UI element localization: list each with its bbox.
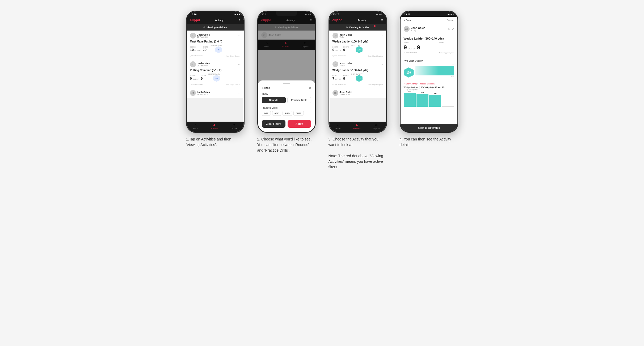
activity-card-1-1[interactable]: JC Josh Coles 28 Feb 2023 ··· Must Make … xyxy=(187,31,244,59)
bar-fill-4-3 xyxy=(442,106,454,107)
nav-capture-1[interactable]: ⊕ Capture xyxy=(231,123,237,129)
expand-icon-4[interactable]: ⤢ xyxy=(452,28,454,31)
phone-notch-1 xyxy=(205,11,226,16)
header-title-1: Activity xyxy=(215,19,224,22)
avatar-3-3: JC xyxy=(332,90,338,96)
info-text-right-1-1: Data: Clippd Capture xyxy=(225,55,240,57)
status-time-1: 13:20 xyxy=(191,13,197,16)
info-row-3-2: ⓘ Test Information Data: Clippd Capture xyxy=(332,83,383,86)
clear-filters-button-2[interactable]: Clear Filters xyxy=(262,120,285,128)
battery-icon-1: ▮ xyxy=(239,13,240,15)
edit-icon-4[interactable]: ✏ xyxy=(448,28,450,31)
user-text-3-1: Josh Coles Today xyxy=(340,33,352,38)
avatar-1-1: JC xyxy=(190,33,196,39)
stat-score-3-2: Score 7 OUT OF xyxy=(332,75,341,80)
score-value-3-1: 9 xyxy=(332,48,334,52)
detail-data-text-4: Data: Clippd Capture xyxy=(439,52,454,54)
activity-card-1-2[interactable]: JC Josh Coles 28 Feb 2023 ··· Putting Co… xyxy=(187,59,244,88)
activities-icon-3: ♟ xyxy=(355,123,358,127)
viewing-bar-3[interactable]: ⚙ Viewing Activities xyxy=(329,24,386,31)
dots-menu-3-3[interactable]: ··· xyxy=(381,92,383,95)
chip-ott-2[interactable]: OTT xyxy=(262,111,271,116)
info-text-left-1-1: ⓘ Test Information xyxy=(190,55,203,57)
nav-activities-3[interactable]: ♟ Activities xyxy=(353,123,361,129)
score-title-row-4: Wedge Ladder (100–140 yds) Score Shots 9… xyxy=(404,37,454,51)
app-header-1: clippd Activity ≡ xyxy=(187,17,244,24)
caption-2: 2. Choose what you'd like to see. You ca… xyxy=(257,136,316,153)
cancel-button-4[interactable]: Cancel xyxy=(447,19,454,22)
rounds-toggle-2[interactable]: Rounds xyxy=(262,97,286,103)
nav-activities-1[interactable]: ♟ Activities xyxy=(211,123,218,129)
activity-card-3-3[interactable]: JC Josh Coles 28 Feb 2023 ··· xyxy=(329,88,386,98)
detail-info-row-4: ⓘ Test Information Data: Clippd Capture xyxy=(404,52,454,54)
bar-fill-4-0 xyxy=(404,93,416,107)
sq-badge-3-1: 130 xyxy=(356,46,363,53)
stat-shots-3-1: Shots 9 xyxy=(343,46,349,52)
stat-shots-1-2: Shots 9 xyxy=(201,75,206,80)
score-inline-1-2: 0 OUT OF xyxy=(190,76,199,80)
chart-top-label-4: 130 xyxy=(415,64,454,65)
info-text-left-3-1: ⓘ Test Information xyxy=(332,55,346,57)
bar-item-4-2: 124 xyxy=(429,93,441,107)
phone-4: 13:21 ▪▪▪ ◈ ▮ < Back Cancel JC xyxy=(400,11,458,133)
chip-app-2[interactable]: APP xyxy=(272,111,281,116)
close-icon-2[interactable]: ✕ xyxy=(309,86,311,90)
detail-user-info-4: JC Josh Coles Today xyxy=(404,26,425,32)
logo-1: clippd xyxy=(190,18,200,22)
menu-icon-1[interactable]: ≡ xyxy=(238,18,240,22)
mini-chart-4: 130 APP xyxy=(415,64,454,78)
score-value-1-2: 0 xyxy=(190,76,192,80)
info-row-1-1: ⓘ Test Information Data: Clippd Capture xyxy=(190,55,241,57)
phone-column-4: 13:21 ▪▪▪ ◈ ▮ < Back Cancel JC xyxy=(397,11,461,148)
user-text-1-2: Josh Coles 28 Feb 2023 xyxy=(197,62,210,67)
menu-icon-3[interactable]: ≡ xyxy=(381,18,383,22)
caption-3: 3. Choose the Activity that you want to … xyxy=(329,136,387,170)
home-icon-1: ⌂ xyxy=(195,123,196,127)
activity-card-1-3[interactable]: JC Josh Coles 28 Feb 2023 ··· xyxy=(187,88,244,98)
back-button-4[interactable]: < Back xyxy=(404,19,411,22)
bar-val-4-2: 124 xyxy=(434,93,437,95)
signal-icon-4: ▪▪▪ xyxy=(448,14,449,15)
chip-arg-2[interactable]: ARG xyxy=(283,111,292,116)
sq-badge-1-2: 45 xyxy=(213,75,220,82)
viewing-bar-1[interactable]: ⚙ Viewing Activities xyxy=(187,24,244,31)
bar-fill-4-2 xyxy=(429,95,441,107)
filter-sheet-2: Filter ✕ Show Rounds Practice Drills Pra… xyxy=(258,80,315,132)
score-outof-1-1: OUT OF xyxy=(195,50,201,51)
score-inline-3-2: 7 OUT OF xyxy=(332,76,341,80)
chart-bar-4 xyxy=(415,66,454,75)
user-name-3-2: Josh Coles xyxy=(340,62,352,65)
dots-menu-1-3[interactable]: ··· xyxy=(238,92,240,95)
stats-row-3-2: Score 7 OUT OF Shots 9 xyxy=(332,73,383,82)
nav-capture-label-3: Capture xyxy=(373,127,380,129)
user-name-3-1: Josh Coles xyxy=(340,33,352,36)
user-date-3-3: 28 Feb 2023 xyxy=(340,93,352,95)
red-dot-3 xyxy=(374,25,376,27)
dots-menu-1-2[interactable]: ··· xyxy=(238,63,240,66)
chip-putt-2[interactable]: PUTT xyxy=(293,111,304,116)
apply-button-2[interactable]: Apply xyxy=(288,120,311,128)
nav-capture-label-1: Capture xyxy=(231,127,237,129)
bar-item-4-3 xyxy=(442,106,454,107)
practice-drills-toggle-2[interactable]: Practice Drills xyxy=(287,97,311,103)
nav-capture-3[interactable]: ⊕ Capture xyxy=(373,123,380,129)
card-header-3-1: JC Josh Coles Today ··· xyxy=(332,33,383,39)
battery-icon-3: ▮ xyxy=(381,13,382,15)
dots-menu-3-1[interactable]: ··· xyxy=(381,34,383,37)
wifi-icon-1: ◈ xyxy=(237,13,238,15)
detail-outof-4: OUT OF xyxy=(408,48,416,50)
activity-card-3-1[interactable]: JC Josh Coles Today ··· Wedge Ladder (10… xyxy=(329,31,386,59)
phone-2-screen: 13:21 ▪▪▪ ◈ ▮ clippd Activity ≡ ⚙ xyxy=(258,11,315,132)
dots-menu-1-1[interactable]: ··· xyxy=(238,34,240,37)
phone-3: 13:20 ▪▪▪ ◈ ▮ clippd Activity ≡ ⚙ xyxy=(329,11,387,133)
nav-home-1[interactable]: ⌂ Home xyxy=(193,123,198,129)
back-to-activities-button-4[interactable]: Back to Activities xyxy=(401,124,457,132)
dots-menu-3-2[interactable]: ··· xyxy=(381,63,383,66)
activity-card-3-2[interactable]: JC Josh Coles Today ··· Wedge Ladder (10… xyxy=(329,59,386,88)
detail-chart-row-4: 130 130 APP xyxy=(404,64,454,78)
bottom-nav-1: ⌂ Home ♟ Activities ⊕ Capture xyxy=(187,122,244,132)
sq-badge-3-2: 118 xyxy=(356,75,363,82)
info-text-right-3-1: Data: Clippd Capture xyxy=(368,55,383,57)
nav-home-3[interactable]: ⌂ Home xyxy=(335,123,340,129)
bottom-nav-3: ⌂ Home ♟ Activities ⊕ Capture xyxy=(329,122,386,132)
